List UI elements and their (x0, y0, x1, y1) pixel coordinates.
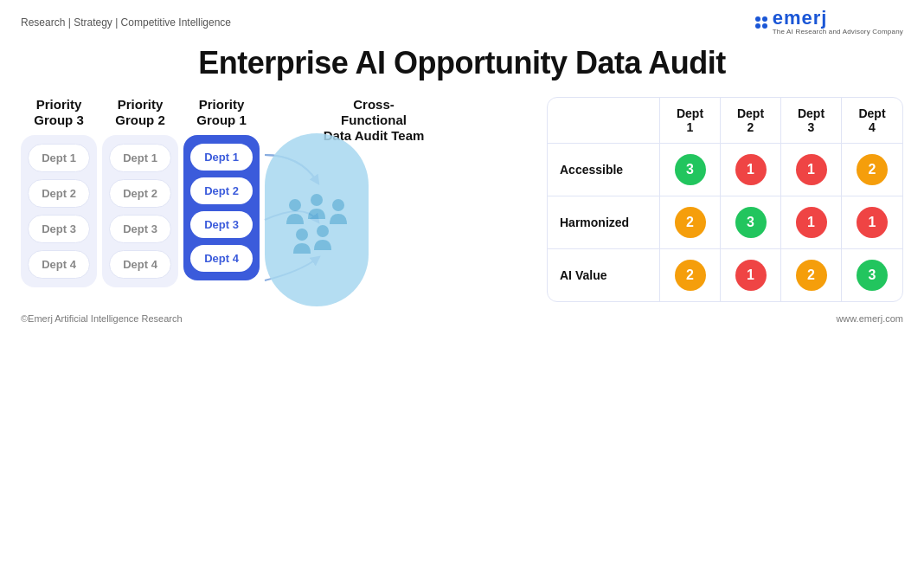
grid-row-harmonized: Harmonized 2 3 1 1 (548, 196, 902, 249)
grid-row-accessible: Accessible 3 1 1 2 (548, 144, 902, 196)
svg-point-3 (296, 229, 308, 241)
logo-dot (762, 23, 767, 29)
pg2-dept-4: Dept 4 (109, 250, 171, 279)
grid-harmonized-d4: 1 (842, 196, 902, 248)
pg1-box: Dept 1 Dept 2 Dept 3 Dept 4 (183, 135, 260, 280)
logo-dot (755, 23, 760, 29)
logo-main-text: emerj (773, 9, 903, 28)
logo-sub-text: The AI Research and Advisory Company (773, 28, 903, 36)
grid-col-dept2: Dept2 (721, 98, 781, 143)
pg3-title: PriorityGroup 3 (24, 97, 93, 128)
data-grid: Dept1 Dept2 Dept3 Dept4 Accessible 3 1 1… (547, 97, 903, 302)
priority-group-3: PriorityGroup 3 Dept 1 Dept 2 Dept 3 Dep… (21, 97, 97, 287)
badge-aivalue-d3: 2 (796, 260, 827, 291)
grid-header-empty (548, 98, 660, 143)
pg2-title: PriorityGroup 2 (106, 97, 175, 128)
svg-point-2 (332, 199, 344, 211)
cross-functional-team-circle (265, 133, 369, 306)
pg1-dept-2: Dept 2 (190, 177, 253, 204)
grid-aivalue-d2: 1 (721, 249, 781, 301)
badge-aivalue-d4: 3 (857, 260, 888, 291)
grid-col-dept1: Dept1 (660, 98, 721, 143)
grid-accessible-d1: 3 (660, 144, 721, 196)
grid-aivalue-d3: 2 (781, 249, 842, 301)
main-content: PriorityGroup 3 Dept 1 Dept 2 Dept 3 Dep… (0, 97, 924, 306)
top-bar: Research | Strategy | Competitive Intell… (0, 0, 924, 36)
logo-dot (755, 16, 760, 22)
svg-point-4 (317, 225, 329, 237)
footer-left: ©Emerj Artificial Intelligence Research (21, 313, 183, 324)
grid-aivalue-d1: 2 (660, 249, 721, 301)
grid-row-aivalue: AI Value 2 1 2 3 (548, 249, 902, 301)
pg2-box: Dept 1 Dept 2 Dept 3 Dept 4 (102, 135, 178, 287)
people-icon (278, 181, 356, 259)
pg2-dept-2: Dept 2 (109, 179, 171, 208)
pg3-dept-2: Dept 2 (28, 179, 90, 208)
badge-harmonized-d4: 1 (857, 207, 888, 238)
grid-label-accessible: Accessible (548, 144, 660, 196)
grid-label-aivalue: AI Value (548, 249, 660, 301)
pg3-dept-4: Dept 4 (28, 250, 90, 279)
pg1-dept-1: Dept 1 (190, 144, 253, 171)
grid-accessible-d3: 1 (781, 144, 842, 196)
badge-harmonized-d1: 2 (675, 207, 706, 238)
pg3-dept-1: Dept 1 (28, 144, 90, 172)
pg2-dept-1: Dept 1 (109, 144, 171, 172)
badge-aivalue-d1: 2 (675, 260, 706, 291)
grid-header-row: Dept1 Dept2 Dept3 Dept4 (548, 98, 902, 144)
pg1-dept-4: Dept 4 (190, 245, 253, 272)
priority-group-2: PriorityGroup 2 Dept 1 Dept 2 Dept 3 Dep… (102, 97, 178, 287)
grid-aivalue-d4: 3 (842, 249, 902, 301)
badge-accessible-d2: 1 (735, 154, 767, 185)
svg-point-0 (289, 199, 301, 211)
footer-right: www.emerj.com (836, 313, 903, 324)
badge-harmonized-d3: 1 (796, 207, 827, 238)
badge-accessible-d3: 1 (796, 154, 827, 185)
page-title: Enterprise AI Opportunity Data Audit (0, 45, 924, 81)
pg2-dept-3: Dept 3 (109, 215, 171, 243)
grid-col-dept4: Dept4 (842, 98, 902, 143)
grid-label-harmonized: Harmonized (548, 196, 660, 248)
footer-bar: ©Emerj Artificial Intelligence Research … (0, 306, 924, 324)
priority-groups-section: PriorityGroup 3 Dept 1 Dept 2 Dept 3 Dep… (21, 97, 426, 306)
grid-col-dept3: Dept3 (781, 98, 842, 143)
grid-accessible-d4: 2 (842, 144, 902, 196)
badge-harmonized-d2: 3 (735, 207, 767, 238)
logo-dot (762, 16, 767, 22)
logo: emerj The AI Research and Advisory Compa… (755, 9, 903, 36)
svg-point-1 (311, 194, 323, 206)
pg3-dept-3: Dept 3 (28, 215, 90, 243)
badge-accessible-d4: 2 (857, 154, 888, 185)
pg1-title: PriorityGroup 1 (187, 97, 256, 128)
badge-accessible-d1: 3 (675, 154, 706, 185)
grid-accessible-d2: 1 (721, 144, 781, 196)
data-grid-section: Dept1 Dept2 Dept3 Dept4 Accessible 3 1 1… (547, 97, 903, 302)
tagline: Research | Strategy | Competitive Intell… (21, 16, 231, 29)
logo-text: emerj The AI Research and Advisory Compa… (773, 9, 903, 36)
pg3-box: Dept 1 Dept 2 Dept 3 Dept 4 (21, 135, 97, 287)
badge-aivalue-d2: 1 (735, 260, 767, 291)
grid-harmonized-d2: 3 (721, 196, 781, 248)
pg1-dept-3: Dept 3 (190, 211, 253, 238)
grid-harmonized-d3: 1 (781, 196, 842, 248)
priority-group-1: PriorityGroup 1 Dept 1 Dept 2 Dept 3 Dep… (183, 97, 260, 280)
logo-dots (755, 16, 767, 29)
grid-harmonized-d1: 2 (660, 196, 721, 248)
